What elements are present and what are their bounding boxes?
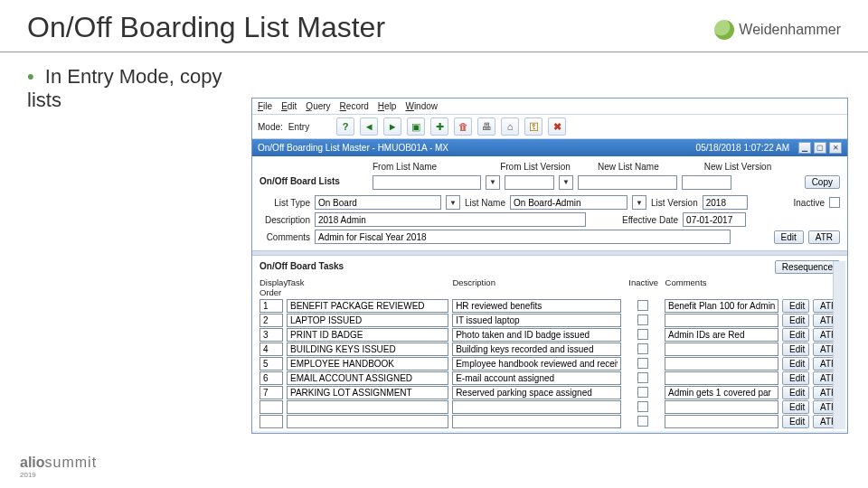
task-comments-input[interactable] — [665, 357, 778, 371]
from-list-version-dropdown[interactable]: ▼ — [559, 175, 573, 190]
task-input[interactable] — [287, 299, 448, 313]
task-desc-input[interactable] — [452, 386, 621, 399]
key-button[interactable]: ⚿ — [524, 117, 542, 136]
menu-edit[interactable]: Edit — [281, 101, 297, 111]
list-type-input[interactable] — [315, 195, 441, 210]
task-desc-input[interactable] — [452, 400, 621, 414]
comments-input[interactable] — [315, 230, 731, 244]
delete-button[interactable]: 🗑 — [454, 117, 472, 136]
task-inactive-checkbox[interactable] — [637, 387, 648, 398]
task-edit-button[interactable]: Edit — [782, 400, 809, 414]
task-input[interactable] — [287, 371, 448, 385]
order-input[interactable] — [259, 415, 283, 428]
menu-window[interactable]: Window — [405, 101, 438, 111]
from-list-name-label: From List Name — [373, 162, 437, 172]
list-type-dropdown[interactable]: ▼ — [446, 195, 460, 210]
list-version-input[interactable] — [703, 195, 748, 210]
task-input[interactable] — [287, 328, 448, 342]
nav-forward-button[interactable]: ► — [383, 117, 401, 136]
from-list-name-input[interactable] — [373, 175, 481, 190]
from-list-version-input[interactable] — [505, 175, 554, 190]
task-input[interactable] — [287, 357, 448, 371]
minimize-button[interactable]: ▁ — [798, 142, 811, 154]
home-button[interactable]: ⌂ — [501, 117, 519, 136]
copy-button[interactable]: Copy — [805, 175, 840, 189]
task-edit-button[interactable]: Edit — [782, 299, 809, 313]
order-input[interactable] — [259, 328, 283, 342]
task-edit-button[interactable]: Edit — [782, 343, 809, 356]
floppy-icon: ▣ — [411, 121, 420, 133]
order-input[interactable] — [259, 343, 283, 356]
task-comments-input[interactable] — [665, 328, 778, 342]
task-edit-button[interactable]: Edit — [782, 371, 809, 385]
task-comments-input[interactable] — [665, 386, 778, 399]
new-list-name-input[interactable] — [578, 175, 677, 190]
inactive-checkbox[interactable] — [829, 197, 840, 208]
description-header: Description — [452, 277, 621, 297]
task-edit-button[interactable]: Edit — [782, 328, 809, 342]
print-button[interactable]: 🖶 — [477, 117, 495, 136]
new-list-version-input[interactable] — [682, 175, 731, 190]
menu-record[interactable]: Record — [340, 101, 369, 111]
effective-date-input[interactable] — [683, 212, 746, 227]
task-inactive-checkbox[interactable] — [637, 358, 648, 369]
task-desc-input[interactable] — [452, 314, 621, 327]
task-edit-button[interactable]: Edit — [782, 314, 809, 327]
close-button[interactable]: ✕ — [829, 142, 842, 154]
task-desc-input[interactable] — [452, 415, 621, 428]
menu-file[interactable]: File — [258, 101, 272, 111]
swirl-icon — [714, 20, 734, 40]
resequence-button[interactable]: Resequence — [775, 260, 840, 274]
order-input[interactable] — [259, 386, 283, 399]
save-button[interactable]: ▣ — [407, 117, 425, 136]
task-input[interactable] — [287, 415, 448, 428]
order-input[interactable] — [259, 314, 283, 327]
task-inactive-checkbox[interactable] — [637, 372, 648, 383]
task-comments-input[interactable] — [665, 415, 778, 428]
task-desc-input[interactable] — [452, 328, 621, 342]
task-input[interactable] — [287, 386, 448, 399]
task-inactive-checkbox[interactable] — [637, 401, 648, 412]
task-inactive-checkbox[interactable] — [637, 329, 648, 340]
help-button[interactable]: ? — [336, 117, 354, 136]
list-name-input[interactable] — [510, 195, 627, 210]
menu-help[interactable]: Help — [378, 101, 397, 111]
task-inactive-checkbox[interactable] — [637, 416, 648, 427]
description-input[interactable] — [315, 212, 586, 227]
list-edit-button[interactable]: Edit — [774, 230, 804, 244]
task-comments-input[interactable] — [665, 314, 778, 327]
task-edit-button[interactable]: Edit — [782, 357, 809, 371]
task-inactive-checkbox[interactable] — [637, 300, 648, 311]
exit-button[interactable]: ✖ — [548, 117, 566, 136]
footer-summit: summit — [45, 455, 98, 470]
task-comments-input[interactable] — [665, 371, 778, 385]
task-comments-input[interactable] — [665, 400, 778, 414]
task-edit-button[interactable]: Edit — [782, 415, 809, 428]
task-inactive-checkbox[interactable] — [637, 343, 648, 354]
task-desc-input[interactable] — [452, 299, 621, 313]
task-comments-input[interactable] — [665, 343, 778, 356]
order-input[interactable] — [259, 299, 283, 313]
list-atr-button[interactable]: ATR — [808, 230, 840, 244]
maximize-button[interactable]: ▢ — [814, 142, 826, 154]
task-desc-input[interactable] — [452, 357, 621, 371]
task-input[interactable] — [287, 400, 448, 414]
order-input[interactable] — [259, 400, 283, 414]
task-input[interactable] — [287, 343, 448, 356]
list-name-dropdown[interactable]: ▼ — [632, 195, 646, 210]
order-input[interactable] — [259, 357, 283, 371]
from-list-name-dropdown[interactable]: ▼ — [486, 175, 500, 190]
list-type-label: List Type — [259, 198, 310, 208]
task-comments-input[interactable] — [665, 299, 778, 313]
task-desc-input[interactable] — [452, 371, 621, 385]
task-input[interactable] — [287, 314, 448, 327]
task-edit-button[interactable]: Edit — [782, 386, 809, 399]
task-desc-input[interactable] — [452, 343, 621, 356]
add-button[interactable]: ✚ — [430, 117, 448, 136]
vertical-scrollbar[interactable] — [833, 261, 845, 429]
task-inactive-checkbox[interactable] — [637, 314, 648, 325]
order-input[interactable] — [259, 371, 283, 385]
menu-query[interactable]: Query — [306, 101, 330, 111]
bullet-dot-icon: • — [27, 65, 34, 88]
nav-back-button[interactable]: ◄ — [360, 117, 378, 136]
